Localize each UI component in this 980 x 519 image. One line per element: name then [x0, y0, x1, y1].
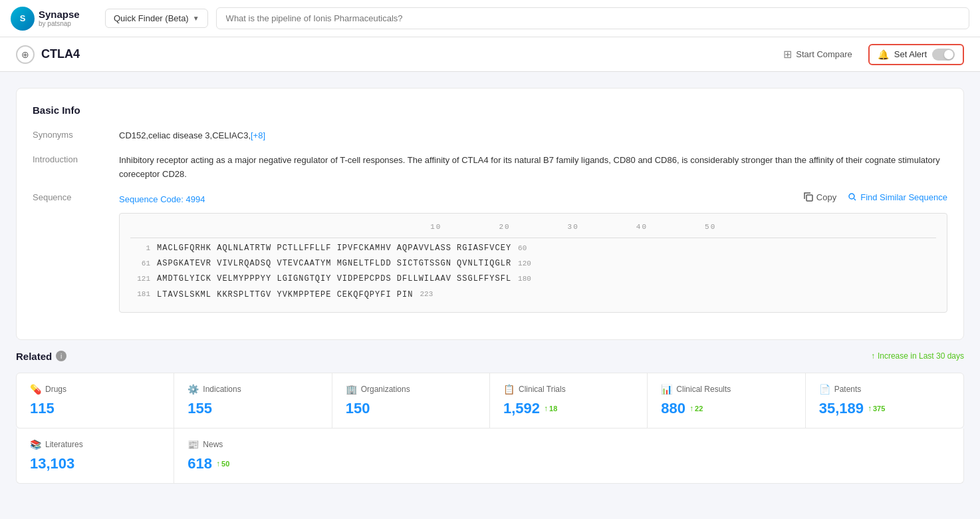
related-grid-row1: 💊 Drugs 115 ⚙️ Indications 155 🏢 Organiz… [16, 373, 964, 429]
related-item-label: News [203, 440, 223, 449]
start-compare-button[interactable]: ⊞ Start Compare [778, 45, 858, 63]
related-count: 13,103 [30, 455, 160, 472]
sequence-code-link[interactable]: Sequence Code: 4994 [119, 193, 205, 207]
related-item-header: 📋 Clinical Trials [503, 384, 634, 395]
related-item-header: 📚 Literatures [30, 439, 160, 450]
brand-name: Synapse [39, 9, 80, 21]
related-grid-row2: 📚 Literatures 13,103 📰 News 618 ↑50 [16, 429, 964, 484]
svg-rect-0 [806, 195, 812, 201]
top-navigation: S Synapse by patsnap Quick Finder (Beta)… [0, 0, 980, 37]
sequence-row: Sequence Sequence Code: 4994 Copy [33, 192, 947, 312]
synonyms-more[interactable]: [+8] [251, 130, 265, 140]
related-count: 35,189 ↑375 [819, 400, 950, 417]
count-value: 880 [661, 400, 685, 417]
related-item-label: Organizations [361, 385, 410, 394]
related-item-label: Clinical Trials [519, 385, 566, 394]
count-value: 150 [346, 400, 370, 417]
seq-end-num: 60 [511, 243, 538, 255]
related-item-header: 📰 News [187, 439, 318, 450]
sequence-content: Sequence Code: 4994 Copy [119, 192, 947, 312]
item-icon: ⚙️ [187, 384, 199, 395]
item-icon: 💊 [30, 384, 41, 395]
count-value: 618 [187, 455, 212, 472]
logo-area: S Synapse by patsnap [11, 7, 97, 31]
increase-arrow-icon: ↑ [216, 459, 220, 468]
count-value: 35,189 [819, 400, 864, 417]
seq-start-num: 121 [130, 273, 157, 285]
logo-icon: S [11, 7, 35, 31]
related-item-header: ⚙️ Indications [187, 384, 318, 395]
sequence-line: 121AMDTGLYICK VELMYPPPYY LGIGNGTQIY VIDP… [130, 273, 936, 285]
seq-end-num: 120 [511, 258, 538, 270]
related-item-header: 📄 Patents [819, 384, 950, 395]
brand-sub: by patsnap [39, 20, 80, 27]
sequence-line: 181LTAVSLSKML KKRSPLTTGV YVKMPPTEPE CEKQ… [130, 289, 936, 301]
set-alert-label: Set Alert [894, 49, 927, 59]
seq-start-num: 181 [130, 289, 157, 301]
item-icon: 📰 [187, 439, 199, 450]
increase-badge: ↑50 [216, 459, 229, 468]
seq-data: ASPGKATEVR VIVLRQADSQ VTEVCAATYM MGNELTF… [157, 258, 511, 270]
increase-arrow-icon: ↑ [689, 404, 693, 413]
item-icon: 📄 [819, 384, 830, 395]
compare-icon: ⊞ [783, 48, 792, 61]
seq-data: LTAVSLSKML KKRSPLTTGV YVKMPPTEPE CEKQFQP… [157, 289, 413, 301]
copy-button[interactable]: Copy [803, 192, 836, 202]
related-item-label: Indications [203, 385, 241, 394]
increase-arrow-icon: ↑ [871, 351, 875, 361]
related-item[interactable]: 💊 Drugs 115 [17, 373, 174, 428]
start-compare-label: Start Compare [796, 49, 852, 59]
related-item[interactable]: 📄 Patents 35,189 ↑375 [806, 373, 963, 428]
basic-info-title: Basic Info [33, 104, 947, 116]
related-item-label: Clinical Results [676, 385, 731, 394]
count-value: 115 [30, 400, 55, 417]
copy-icon [803, 192, 814, 202]
related-item-header: 🏢 Organizations [346, 384, 476, 395]
related-item-row2[interactable]: 📚 Literatures 13,103 [17, 429, 174, 483]
related-item[interactable]: ⚙️ Indications 155 [174, 373, 332, 428]
related-item[interactable]: 🏢 Organizations 150 [332, 373, 490, 428]
logo-text: Synapse by patsnap [39, 9, 80, 28]
item-icon: 📚 [30, 439, 41, 450]
increase-arrow-icon: ↑ [868, 404, 872, 413]
target-icon: ⊕ [16, 45, 35, 64]
related-item[interactable]: 📊 Clinical Results 880 ↑22 [648, 373, 805, 428]
svg-point-1 [849, 194, 854, 199]
related-item[interactable]: 📋 Clinical Trials 1,592 ↑18 [490, 373, 648, 428]
find-similar-button[interactable]: Find Similar Sequence [847, 192, 947, 202]
seq-end-num: 180 [511, 273, 538, 285]
related-header: Related i ↑ Increase in Last 30 days [16, 351, 964, 362]
chevron-down-icon: ▼ [193, 15, 199, 22]
count-value: 155 [187, 400, 212, 417]
related-item-header: 📊 Clinical Results [661, 384, 791, 395]
sequence-label: Sequence [33, 192, 119, 312]
set-alert-area[interactable]: 🔔 Set Alert [868, 44, 964, 65]
ruler-divider [130, 238, 936, 238]
sequence-ruler: 10 20 30 40 50 [130, 222, 936, 238]
related-info-badge[interactable]: i [56, 351, 66, 361]
quick-finder-button[interactable]: Quick Finder (Beta) ▼ [105, 9, 208, 28]
basic-info-card: Basic Info Synonyms CD152,celiac disease… [16, 88, 964, 340]
alert-toggle[interactable] [932, 49, 955, 61]
synonyms-row: Synonyms CD152,celiac disease 3,CELIAC3,… [33, 129, 947, 143]
item-icon: 📋 [503, 384, 515, 395]
seq-start-num: 1 [130, 243, 157, 255]
increase-label: ↑ Increase in Last 30 days [871, 351, 964, 361]
increase-badge: ↑22 [689, 404, 703, 413]
related-count: 1,592 ↑18 [503, 400, 634, 417]
page-title: CTLA4 [41, 47, 80, 61]
related-item-row2[interactable]: 📰 News 618 ↑50 [174, 429, 332, 483]
seq-data: AMDTGLYICK VELMYPPPYY LGIGNGTQIY VIDPEPC… [157, 273, 511, 285]
related-title: Related [16, 351, 52, 362]
item-icon: 🏢 [346, 384, 357, 395]
find-similar-icon [847, 192, 858, 202]
search-input[interactable] [216, 7, 969, 29]
increase-arrow-icon: ↑ [544, 404, 548, 413]
sequence-lines: 1MACLGFQRHK AQLNLATRTW PCTLLFFLLF IPVFCK… [130, 242, 936, 301]
copy-label: Copy [816, 192, 836, 202]
item-icon: 📊 [661, 384, 672, 395]
count-value: 1,592 [503, 400, 540, 417]
sequence-line: 1MACLGFQRHK AQLNLATRTW PCTLLFFLLF IPVFCK… [130, 242, 936, 255]
increase-badge: ↑18 [544, 404, 557, 413]
page-title-area: ⊕ CTLA4 [16, 45, 80, 64]
